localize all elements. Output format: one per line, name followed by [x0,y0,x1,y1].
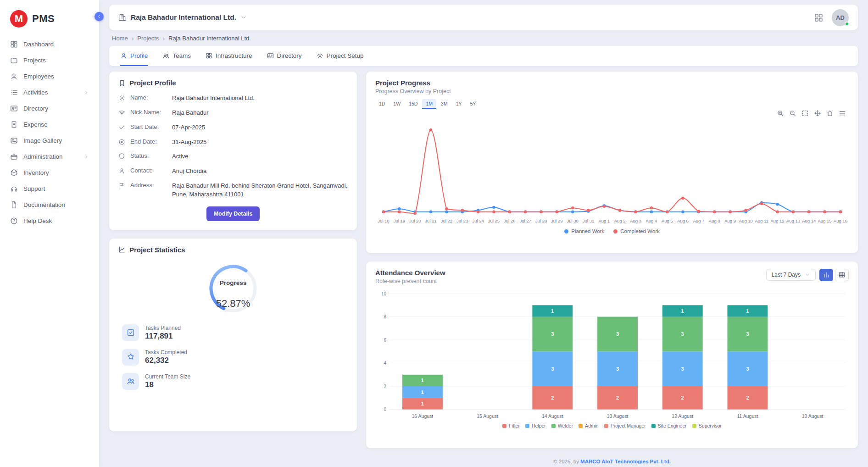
sidebar-item-employees[interactable]: Employees [5,69,95,84]
svg-text:2: 2 [384,384,386,389]
stat-label: Tasks Planned [145,325,181,331]
bookmark-icon [118,79,126,87]
range-button-15d[interactable]: 15D [405,99,421,109]
user-menu[interactable]: AD [832,9,849,26]
sidebar-item-directory[interactable]: Directory [5,101,95,116]
field-label: Start Date: [130,123,167,130]
svg-text:Jul 31: Jul 31 [583,218,594,223]
menu-icon[interactable] [839,110,846,117]
headset-icon [10,185,18,193]
range-button-1m[interactable]: 1M [422,99,436,109]
sidebar-item-label: Documentation [23,201,65,208]
company-selector[interactable]: Raja Bahadur International Ltd. [118,13,247,22]
person-icon [120,52,127,59]
svg-text:1: 1 [421,378,424,383]
svg-text:Jul 27: Jul 27 [519,218,531,223]
modify-details-button[interactable]: Modify Details [206,206,260,221]
pan-icon[interactable] [814,110,821,117]
svg-text:Aug 11: Aug 11 [755,218,768,223]
svg-text:3: 3 [681,366,684,372]
tab-project-setup[interactable]: Project Setup [317,46,364,66]
range-button-3m[interactable]: 3M [437,99,451,109]
sidebar-item-documentation[interactable]: Documentation [5,197,95,212]
sidebar-item-support[interactable]: Support [5,181,95,196]
chevron-left-icon [96,14,102,19]
range-select[interactable]: Last 7 Days [766,269,816,281]
svg-text:Jul 28: Jul 28 [535,218,547,223]
sidebar-collapse-button[interactable] [95,12,104,21]
svg-text:Aug 12: Aug 12 [771,218,785,223]
field-value: Active [172,152,348,161]
home-icon[interactable] [826,110,834,117]
svg-text:14 August: 14 August [542,413,563,418]
tab-teams[interactable]: Teams [162,46,191,66]
table-view-button[interactable] [835,269,849,281]
breadcrumb-item[interactable]: Home [112,35,128,42]
legend-site-engineer[interactable]: Site Engineer [651,423,687,428]
svg-text:13 August: 13 August [607,413,629,418]
range-button-5y[interactable]: 5Y [466,99,479,109]
stat-value: 18 [145,380,190,389]
sidebar-item-projects[interactable]: Projects [5,53,95,68]
project-progress-line-chart[interactable]: Jul 18Jul 19Jul 20Jul 21Jul 22Jul 23Jul … [375,117,849,227]
svg-text:2: 2 [746,395,749,400]
stat-current-team-size: Current Team Size18 [122,373,348,390]
sidebar-item-inventory[interactable]: Inventory [5,165,95,180]
legend-fitter[interactable]: Fitter [502,423,520,428]
stat-list: Tasks Planned117,891Tasks Completed62,33… [118,324,348,390]
svg-text:1: 1 [746,308,749,314]
field-value: Raja Bahadur Mill Rd, behind Sheraton Gr… [172,182,348,199]
svg-text:Jul 25: Jul 25 [488,218,500,223]
sidebar-item-administration[interactable]: Administration [5,149,95,164]
tab-infrastructure[interactable]: Infrastructure [206,46,252,66]
legend-project-manager[interactable]: Project Manager [604,423,646,428]
gauge-value: 52.87% [206,298,261,310]
sidebar-item-help-desk[interactable]: Help Desk [5,213,95,228]
apps-grid-icon[interactable] [814,13,823,22]
sidebar-item-expense[interactable]: Expense [5,117,95,132]
range-button-1y[interactable]: 1Y [452,99,466,109]
field-label: Name: [130,94,167,101]
svg-text:Aug 6: Aug 6 [677,218,689,223]
circle-x-icon [118,139,125,145]
breadcrumb-item[interactable]: Projects [137,35,159,42]
svg-text:Jul 29: Jul 29 [551,218,562,223]
sidebar-item-dashboard[interactable]: Dashboard [5,37,95,52]
legend-helper[interactable]: Helper [525,423,546,428]
svg-text:2: 2 [551,395,554,400]
sidebar-item-image-gallery[interactable]: Image Gallery [5,133,95,148]
range-button-1w[interactable]: 1W [389,99,404,109]
stat-tasks-completed: Tasks Completed62,332 [122,349,348,366]
legend-welder[interactable]: Welder [551,423,573,428]
svg-text:Aug 9: Aug 9 [724,218,736,223]
field-value: 31-Aug-2025 [172,138,348,147]
profile-fields: Name:Raja Bahadur International Ltd.Nick… [118,94,348,199]
project-profile-card: Project Profile Name:Raja Bahadur Intern… [109,72,357,230]
svg-text:Jul 30: Jul 30 [567,218,578,223]
sidebar-nav: DashboardProjectsEmployeesActivitiesDire… [0,35,99,230]
footer-link[interactable]: MARCO AIoT Technologies Pvt. Ltd. [580,459,671,464]
svg-text:Jul 23: Jul 23 [456,218,468,223]
bar-chart-view-button[interactable] [819,269,833,281]
attendance-bar-chart[interactable]: 024681016 August11115 August14 August233… [375,287,849,422]
svg-text:3: 3 [616,366,619,372]
profile-field-name: Name:Raja Bahadur International Ltd. [118,94,348,103]
tab-profile[interactable]: Profile [120,46,148,66]
svg-text:0: 0 [384,407,386,412]
zoom-in-icon[interactable] [777,110,784,117]
legend-admin[interactable]: Admin [579,423,599,428]
profile-field-address: Address:Raja Bahadur Mill Rd, behind She… [118,182,348,199]
tab-directory[interactable]: Directory [267,46,302,66]
sidebar-item-activities[interactable]: Activities [5,85,95,100]
svg-text:4: 4 [384,361,386,366]
stat-value: 62,332 [145,356,187,365]
app-root: M PMS DashboardProjectsEmployeesActiviti… [0,0,868,467]
range-button-1d[interactable]: 1D [375,99,389,109]
legend-planned-work[interactable]: Planned Work [564,228,604,234]
legend-completed-work[interactable]: Completed Work [613,228,659,234]
legend-supervisor[interactable]: Supervisor [692,423,722,428]
box-select-icon[interactable] [801,110,809,117]
svg-text:Aug 1: Aug 1 [598,218,610,223]
zoom-out-icon[interactable] [789,110,796,117]
breadcrumb: Home›Projects›Raja Bahadur International… [109,30,858,46]
